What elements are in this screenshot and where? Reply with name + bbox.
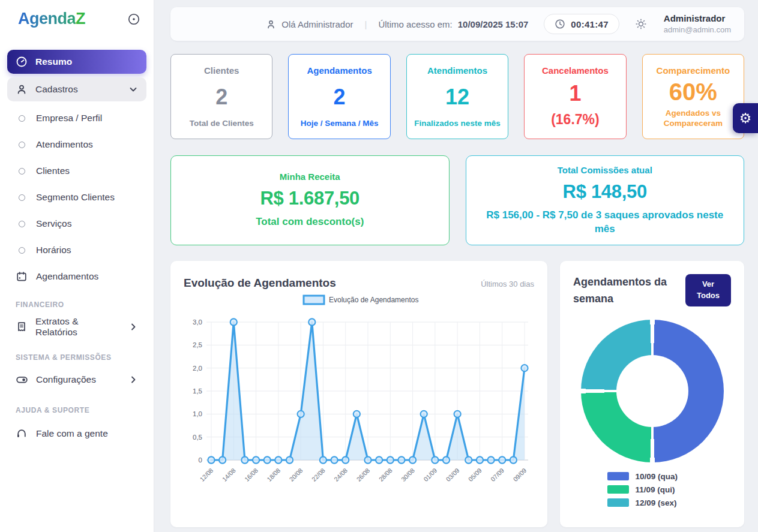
legend-label: 11/09 (qui) <box>636 485 675 494</box>
chevron-right-icon <box>128 375 138 384</box>
revenue-card-comissoes[interactable]: Total Comissões atual R$ 148,50 R$ 156,0… <box>466 155 745 245</box>
svg-text:03/09: 03/09 <box>444 467 460 483</box>
bullet-icon <box>19 247 25 254</box>
top-bar: Olá Administrador | Último acesso em: 10… <box>170 7 744 41</box>
last-access-label: Último acesso em: <box>378 19 452 29</box>
sidebar-item-label: Empresa / Perfil <box>36 113 138 124</box>
sidebar-item-label: Atendimentos <box>36 139 138 150</box>
sidebar-item-horarios[interactable]: Horários <box>7 237 146 263</box>
bullet-icon <box>19 168 25 175</box>
clock-icon <box>555 19 565 29</box>
settings-fab[interactable]: ⚙ <box>733 103 758 133</box>
donut-chart <box>581 320 724 462</box>
sidebar-item-configuracoes[interactable]: Configurações <box>7 368 146 392</box>
legend-swatch <box>607 472 629 480</box>
stat-card-comparecimento[interactable]: Comparecimento 60% Agendados vs Comparec… <box>642 54 744 139</box>
section-label-sistema: SISTEMA & PERMISSÕES <box>7 342 146 368</box>
main-content: Olá Administrador | Último acesso em: 10… <box>154 0 758 532</box>
user-email: admin@admin.com <box>664 25 731 35</box>
sidebar-item-label: Fale com a gente <box>36 428 138 439</box>
sidebar-item-label: Horários <box>36 245 138 256</box>
revenue-title: Total Comissões atual <box>558 165 652 175</box>
gear-icon: ⚙ <box>739 110 752 127</box>
svg-text:20/08: 20/08 <box>287 467 304 483</box>
svg-text:18/08: 18/08 <box>265 467 281 483</box>
svg-text:05/09: 05/09 <box>467 467 483 483</box>
revenue-card-minha-receita[interactable]: Minha Receita R$ 1.687,50 Total com desc… <box>170 155 450 245</box>
divider: | <box>364 19 367 29</box>
ver-todos-button[interactable]: Ver Todos <box>685 274 731 306</box>
stat-card-agendamentos[interactable]: Agendamentos 2 Hoje / Semana / Mês <box>288 54 390 139</box>
toggle-icon <box>16 374 28 386</box>
stat-card-atendimentos[interactable]: Atendimentos 12 Finalizados neste mês <box>406 54 508 139</box>
greeting-block: Olá Administrador | Último acesso em: 10… <box>266 19 528 29</box>
stat-value: 2 <box>334 86 346 108</box>
stat-subtitle: Hoje / Semana / Mês <box>301 118 379 129</box>
logo-text-agenda: Agenda <box>18 10 76 28</box>
bullet-icon <box>19 142 25 148</box>
svg-text:2,0: 2,0 <box>193 365 202 372</box>
app-logo: AgendaZ <box>18 10 85 28</box>
receipt-icon <box>16 321 28 333</box>
user-block[interactable]: Administrador admin@admin.com <box>664 13 731 35</box>
chart-range-label: Últimos 30 dias <box>481 279 534 288</box>
stat-title: Cancelamentos <box>542 65 609 76</box>
stat-value: 1 <box>569 83 581 104</box>
legend-item: 11/09 (qui) <box>607 485 697 494</box>
svg-text:28/08: 28/08 <box>377 467 394 483</box>
donut-hole <box>616 355 688 427</box>
logo-text-z: Z <box>76 10 85 28</box>
line-chart: 00,51,01,52,02,53,012/0814/0816/0818/082… <box>184 294 534 506</box>
legend-swatch <box>607 485 629 494</box>
stat-card-clientes[interactable]: Clientes 2 Total de Clientes <box>170 54 272 139</box>
sidebar-item-cadastros[interactable]: Cadastros <box>7 77 146 101</box>
session-timer[interactable]: 00:41:47 <box>544 14 619 34</box>
week-appointments-panel: Agendamentos da semana Ver Todos 10/09 (… <box>560 261 744 527</box>
sidebar-item-extratos-relatorios[interactable]: Extratos & Relatórios <box>7 315 146 339</box>
stat-value: 60% <box>669 80 717 104</box>
sidebar-item-servicos[interactable]: Serviços <box>7 211 146 237</box>
sidebar-item-fale-com-a-gente[interactable]: Fale com a gente <box>7 420 146 447</box>
svg-text:1,0: 1,0 <box>193 410 202 417</box>
stat-title: Comparecimento <box>657 65 730 76</box>
person-icon <box>16 83 28 95</box>
greeting-text: Olá Administrador <box>281 19 353 29</box>
bullet-icon <box>19 194 25 201</box>
legend-swatch <box>607 498 629 507</box>
sidebar-item-segmento-clientes[interactable]: Segmento Clientes <box>7 184 146 211</box>
bullet-icon <box>19 221 25 227</box>
stat-card-cancelamentos[interactable]: Cancelamentos 1 (16.7%) <box>524 54 626 139</box>
week-panel-title: Agendamentos da semana <box>573 274 675 308</box>
chevron-down-icon <box>128 85 138 94</box>
sidebar-item-clientes[interactable]: Clientes <box>7 158 146 184</box>
revenue-value: R$ 1.687,50 <box>260 188 359 209</box>
bottom-row: Evolução de Agendamentos Últimos 30 dias… <box>170 261 744 527</box>
sidebar-item-empresa-perfil[interactable]: Empresa / Perfil <box>7 105 146 131</box>
sidebar-item-agendamentos[interactable]: Agendamentos <box>7 263 146 290</box>
sidebar-item-label: Segmento Clientes <box>36 192 138 203</box>
headset-icon <box>16 428 28 440</box>
svg-text:22/08: 22/08 <box>310 467 326 483</box>
legend-item: 10/09 (qua) <box>607 472 697 481</box>
legend-label: 10/09 (qua) <box>636 472 678 481</box>
sun-icon[interactable] <box>635 18 647 30</box>
svg-text:14/08: 14/08 <box>221 467 237 483</box>
stat-title: Atendimentos <box>427 65 487 76</box>
donut-legend: 10/09 (qua)11/09 (qui)12/09 (sex) <box>607 472 697 507</box>
sidebar-item-label: Cadastros <box>35 84 121 95</box>
calendar-icon <box>16 270 28 282</box>
stats-row: Clientes 2 Total de Clientes Agendamento… <box>170 54 744 139</box>
sidebar-item-label: Clientes <box>36 166 138 176</box>
svg-text:24/08: 24/08 <box>332 467 349 483</box>
svg-text:30/08: 30/08 <box>400 467 416 483</box>
sidebar-collapse-icon[interactable] <box>127 13 140 26</box>
gauge-icon <box>16 56 28 68</box>
svg-text:3,0: 3,0 <box>193 318 202 326</box>
svg-text:01/09: 01/09 <box>422 467 438 483</box>
legend-label: 12/09 (sex) <box>636 498 677 507</box>
sidebar-item-label: Extratos & Relatórios <box>35 316 121 338</box>
sidebar-item-atendimentos[interactable]: Atendimentos <box>7 131 146 158</box>
person-icon <box>266 19 276 29</box>
sidebar: AgendaZ Resumo Cadastros Empresa / Perfi… <box>0 0 154 532</box>
sidebar-item-resumo[interactable]: Resumo <box>7 50 146 74</box>
